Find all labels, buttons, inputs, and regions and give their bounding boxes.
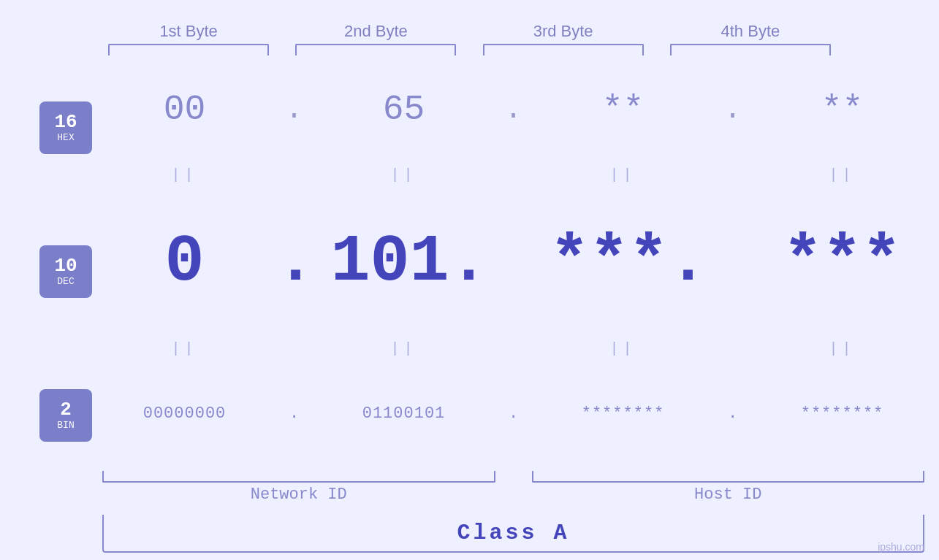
dec-b1: 0 [164,225,204,299]
eq1-b3: || [550,166,696,183]
dot-dec-3b: . [669,225,708,299]
class-label: Class A [457,521,569,545]
bottom-section: Network ID Host ID [102,471,924,515]
network-id-bracket [102,471,495,483]
bin-b4: ******** [801,404,884,423]
hex-b1: 00 [164,90,206,129]
host-id-label: Host ID [532,486,925,504]
hex-badge-num: 16 [54,112,77,133]
hex-row: 00 . 65 . ** . ** [102,55,924,164]
dec-b2: 101 [331,225,449,299]
eq1-b4: || [769,166,916,183]
dec-badge-label: DEC [57,276,74,287]
hex-b2: 65 [383,90,425,129]
bin-b3: ******** [582,404,665,423]
bin-row: 00000000 . 01100101 . ******** . *******… [102,359,924,468]
dot-hex-2: . [495,93,532,126]
values-area: 00 . 65 . ** . ** | [102,55,924,560]
dot-hex-3: . [715,93,751,126]
dot-bin-2: . [495,404,532,423]
equals-row-1: || || || || [102,164,924,186]
dot-dec-1: . [276,225,313,299]
dec-row: 0 . 101. ***. *** [102,186,924,338]
footer: ipshu.com [878,541,924,553]
bracket-byte3 [483,44,644,55]
dot-bin-1: . [276,404,313,423]
eq1-b1: || [112,166,258,183]
top-brackets [0,44,939,55]
eq2-b3: || [550,340,696,357]
dec-b3: *** [550,225,669,299]
bin-badge-num: 2 [60,399,72,421]
equals-row-2: || || || || [102,337,924,359]
bracket-byte2 [295,44,456,55]
bin-badge-label: BIN [57,420,74,431]
bracket-byte4 [670,44,831,55]
eq2-b4: || [769,340,916,357]
badges-col: 16 HEX 10 DEC 2 BIN [29,55,102,560]
host-id-bracket [532,471,925,483]
dot-dec-2b: . [449,225,489,299]
bracket-byte1 [108,44,269,55]
hex-badge: 16 HEX [39,101,92,154]
dec-b4: *** [783,225,901,299]
dec-badge-num: 10 [54,256,77,277]
dot-hex-1: . [276,93,313,126]
bin-b2: 01100101 [362,404,446,423]
byte2-header: 2nd Byte [295,22,456,41]
byte3-header: 3rd Byte [483,22,644,41]
bin-badge: 2 BIN [39,389,92,442]
class-a-section: Class A [102,515,924,553]
byte1-header: 1st Byte [108,22,269,41]
hex-b4: ** [821,90,864,129]
dot-bin-3: . [715,404,751,423]
hex-badge-label: HEX [57,132,74,143]
hex-b3: ** [602,90,645,129]
bin-b1: 00000000 [143,404,227,423]
eq2-b2: || [331,340,477,357]
network-id-label: Network ID [102,486,495,504]
dec-badge: 10 DEC [39,245,92,298]
footer-text: ipshu.com [878,541,924,553]
byte4-header: 4th Byte [670,22,831,41]
byte-headers: 1st Byte 2nd Byte 3rd Byte 4th Byte [0,22,939,41]
eq1-b2: || [331,166,477,183]
main-container: 1st Byte 2nd Byte 3rd Byte 4th Byte 16 H… [0,0,939,560]
eq2-b1: || [112,340,258,357]
